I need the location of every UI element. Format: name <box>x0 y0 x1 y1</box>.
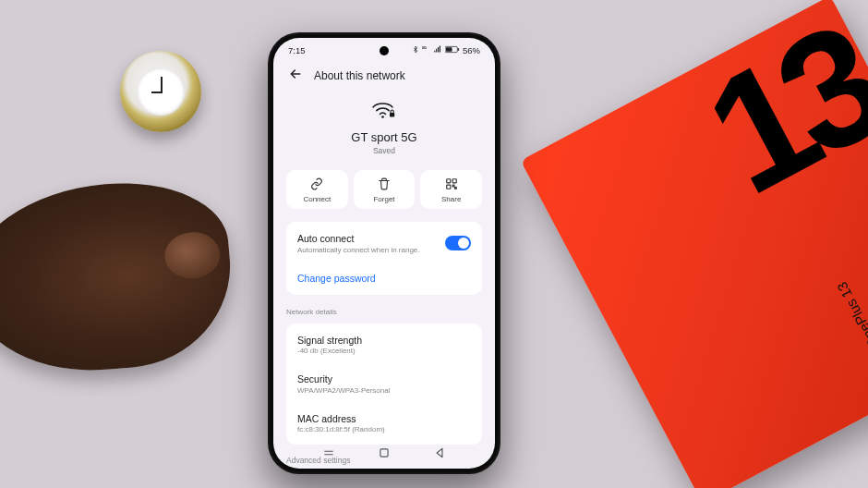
svg-text:5G: 5G <box>422 46 427 50</box>
svg-rect-8 <box>446 185 450 189</box>
network-type-icon: 5G <box>422 45 430 55</box>
network-details-section: Signal strength -40 db (Excellent) Secur… <box>286 323 482 445</box>
mac-title: MAC address <box>297 413 471 424</box>
phone-frame: 7:15 5G 56% About <box>268 32 500 474</box>
clock-minute-hand <box>151 92 163 93</box>
svg-rect-11 <box>380 449 388 457</box>
svg-rect-5 <box>390 113 394 117</box>
svg-rect-7 <box>452 179 456 183</box>
security-value: WPA/WPA2/WPA3-Personal <box>297 386 471 395</box>
network-hero: GT sport 5G Saved <box>273 92 495 161</box>
forget-label: Forget <box>373 195 394 203</box>
signal-value: -40 db (Excellent) <box>297 347 471 355</box>
back-arrow-icon[interactable] <box>288 67 303 84</box>
security-title: Security <box>297 373 471 384</box>
mac-address-row[interactable]: MAC address fc:c8:30:1d:8f:5f (Random) <box>286 404 482 444</box>
human-hand <box>0 174 238 381</box>
signal-title: Signal strength <box>297 335 471 346</box>
battery-icon <box>445 45 460 55</box>
phone-screen: 7:15 5G 56% About <box>273 38 495 469</box>
auto-connect-toggle[interactable] <box>445 236 471 250</box>
connect-button[interactable]: Connect <box>286 170 348 209</box>
mac-value: fc:c8:30:1d:8f:5f (Random) <box>297 425 471 433</box>
share-button[interactable]: Share <box>420 170 482 209</box>
bluetooth-icon <box>412 45 419 55</box>
settings-section: Auto connect Automatically connect when … <box>286 222 482 295</box>
network-details-label: Network details <box>273 299 495 320</box>
box-number: 13 <box>683 0 868 221</box>
home-button[interactable] <box>378 446 391 462</box>
camera-punchhole <box>380 46 389 55</box>
navigation-bar <box>273 446 495 462</box>
clock-hour-hand <box>161 77 163 92</box>
security-row[interactable]: Security WPA/WPA2/WPA3-Personal <box>286 364 482 404</box>
trash-icon <box>378 177 391 192</box>
status-time: 7:15 <box>288 45 306 55</box>
svg-rect-6 <box>446 179 450 183</box>
link-icon <box>310 177 323 192</box>
signal-strength-row[interactable]: Signal strength -40 db (Excellent) <box>286 325 482 365</box>
svg-rect-3 <box>446 47 452 51</box>
change-password-link[interactable]: Change password <box>286 263 482 293</box>
forget-button[interactable]: Forget <box>354 170 416 209</box>
action-row: Connect Forget Share <box>273 161 495 218</box>
svg-point-4 <box>381 116 384 118</box>
auto-connect-subtitle: Automatically connect when in range. <box>297 246 445 254</box>
page-header: About this network <box>273 57 495 92</box>
svg-rect-10 <box>454 188 456 189</box>
svg-rect-9 <box>452 185 454 187</box>
qr-icon <box>445 177 458 192</box>
auto-connect-title: Auto connect <box>297 233 445 244</box>
desk-clock <box>120 51 201 132</box>
back-button[interactable] <box>433 446 446 462</box>
wifi-lock-icon <box>370 99 398 123</box>
recent-apps-button[interactable] <box>322 446 335 462</box>
page-title: About this network <box>314 69 405 82</box>
svg-rect-2 <box>458 48 459 51</box>
auto-connect-row[interactable]: Auto connect Automatically connect when … <box>286 224 482 263</box>
share-label: Share <box>441 195 461 203</box>
connect-label: Connect <box>303 195 331 203</box>
battery-percent: 56% <box>463 45 480 55</box>
status-icons: 5G 56% <box>412 45 480 55</box>
box-label: OnePlus 13 <box>834 280 868 351</box>
network-status: Saved <box>273 146 495 155</box>
product-box: 13 OnePlus 13 <box>521 0 868 488</box>
network-name: GT sport 5G <box>273 130 495 144</box>
signal-icon <box>433 45 442 55</box>
